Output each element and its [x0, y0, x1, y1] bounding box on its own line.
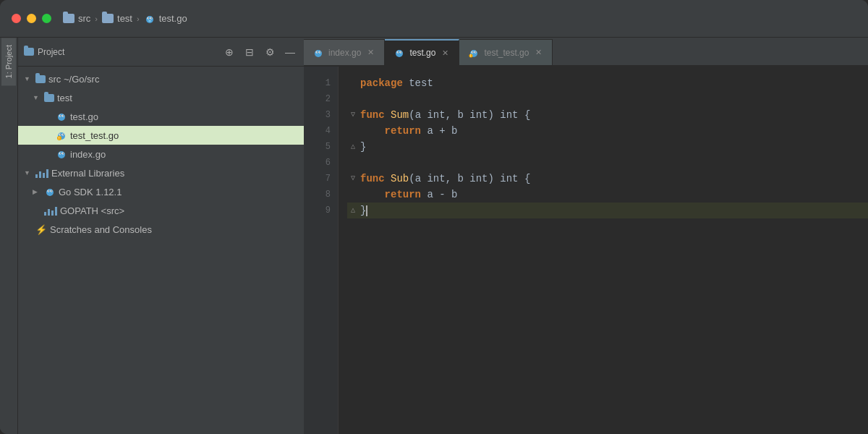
project-label: Project: [38, 47, 64, 57]
svg-point-41: [472, 51, 473, 52]
type-int-2: int: [469, 107, 488, 123]
tree-item-gosdk[interactable]: ▶ Go SDK 1.12.1: [18, 182, 304, 201]
main-content: 1: Project Project ⊕ ⊟ ⚙ —: [0, 38, 868, 434]
tree-item-gopath[interactable]: ▶ GOPATH <src>: [18, 201, 304, 220]
line-num-9: 9: [304, 203, 338, 218]
code-editor[interactable]: 1 2 3 4 5 6 7 8 9 package test: [304, 67, 868, 434]
tree-item-test-folder[interactable]: ▼ test: [18, 88, 304, 107]
project-panel: Project ⊕ ⊟ ⚙ — ▼ src ~/Go/src: [18, 38, 304, 434]
project-toolbar: Project ⊕ ⊟ ⚙ —: [18, 38, 304, 67]
line-num-6: 6: [304, 155, 338, 171]
line-num-4: 4: [304, 123, 338, 139]
hide-button[interactable]: —: [282, 44, 298, 60]
tab-test-go[interactable]: test.go ✕: [385, 39, 459, 65]
tab-close-indexgo[interactable]: ✕: [365, 48, 375, 58]
settings-button[interactable]: ⚙: [262, 44, 278, 60]
breadcrumb: src › test › test.go: [63, 13, 187, 25]
breadcrumb-test[interactable]: test: [102, 13, 132, 24]
folder-icon-test: [44, 94, 54, 102]
tree-item-test-go[interactable]: ▶ test.go: [18, 107, 304, 126]
type-int-1: int: [427, 107, 445, 123]
type-int-3: int: [427, 171, 445, 187]
svg-point-22: [63, 153, 64, 153]
comma-1: , b: [446, 107, 470, 123]
layout-button[interactable]: ⊟: [242, 44, 258, 60]
svg-point-15: [63, 134, 64, 135]
keyword-func-sub: func: [360, 171, 385, 187]
tree-item-index-go[interactable]: ▶ index.go: [18, 145, 304, 163]
tree-item-ext-libs[interactable]: ▼ External Libraries: [18, 163, 304, 182]
gopher-icon-tab-indexgo: [312, 47, 324, 59]
svg-point-3: [148, 17, 148, 18]
code-line-3: ▽ func Sum (a int , b int ) int {: [347, 107, 868, 123]
svg-point-36: [398, 51, 399, 52]
project-panel-tab[interactable]: 1: Project: [1, 38, 16, 85]
tab-close-testtestgo[interactable]: ✕: [533, 48, 543, 58]
sidebar: 1: Project Project ⊕ ⊟ ⚙ —: [0, 38, 304, 434]
open-brace-sub: {: [519, 171, 531, 187]
tree-arrow-src: ▼: [24, 75, 33, 82]
svg-point-42: [475, 51, 476, 52]
space-sub: [385, 171, 391, 187]
tab-test-test-go[interactable]: ! test_test.go ✕: [459, 39, 553, 65]
tree-label-src: src ~/Go/src: [48, 74, 99, 85]
space: [385, 107, 391, 123]
keyword-return-1: return: [385, 123, 421, 139]
tab-close-testgo[interactable]: ✕: [440, 48, 450, 58]
fold-marker-3[interactable]: ▽: [347, 109, 359, 121]
tree-label-testtestgo: test_test.go: [70, 130, 119, 141]
tree-label-gopath: GOPATH <src>: [60, 205, 124, 216]
params-sum: (a: [409, 107, 427, 123]
open-brace-sum: {: [519, 107, 531, 123]
line-num-3: 3: [304, 107, 338, 123]
line-num-1: 1: [304, 75, 338, 91]
gopher-icon-testtestgo: !: [56, 129, 67, 141]
folder-icon-src: [35, 75, 46, 83]
code-content[interactable]: package test ▽ func Sum (a int , b: [339, 67, 868, 434]
svg-point-0: [146, 16, 153, 23]
tree-item-scratches[interactable]: ▶ ⚡ Scratches and Consoles: [18, 220, 304, 239]
params-sub: (a: [409, 171, 427, 187]
line-num-8: 8: [304, 187, 338, 203]
svg-point-32: [320, 51, 320, 52]
code-line-1: package test: [347, 75, 868, 91]
svg-point-14: [60, 134, 61, 135]
tab-label-testgo: test.go: [409, 48, 435, 58]
breadcrumb-sep-1: ›: [95, 14, 98, 23]
add-content-button[interactable]: ⊕: [221, 44, 237, 60]
traffic-lights: [12, 14, 51, 23]
close-brace-sum: }: [360, 139, 366, 155]
tab-index-go[interactable]: index.go ✕: [304, 39, 385, 65]
tree-label-test: test: [57, 93, 72, 103]
titlebar: src › test › test.go: [0, 0, 868, 38]
code-line-2: [347, 91, 868, 107]
tab-bar: index.go ✕ test.go ✕: [304, 38, 868, 67]
tree-label-extlibs: External Libraries: [51, 168, 124, 179]
tree-label-testgo: test.go: [70, 111, 98, 122]
breadcrumb-sep-2: ›: [137, 14, 140, 23]
minimize-button[interactable]: [27, 14, 36, 23]
expr-sum: a + b: [421, 123, 457, 139]
svg-point-9: [60, 115, 61, 116]
tree-item-src[interactable]: ▼ src ~/Go/src: [18, 69, 304, 88]
close-button[interactable]: [12, 14, 21, 23]
fold-marker-7[interactable]: ▽: [347, 173, 359, 184]
maximize-button[interactable]: [42, 14, 51, 23]
fold-end-9[interactable]: △: [347, 205, 359, 216]
folder-icon: [63, 14, 75, 23]
breadcrumb-file[interactable]: test.go: [144, 13, 187, 25]
tree-label-scratches: Scratches and Consoles: [50, 224, 152, 235]
line-num-2: 2: [304, 91, 338, 107]
fold-end-5[interactable]: △: [347, 141, 359, 153]
text-cursor: [366, 205, 367, 216]
scratch-icon: ⚡: [35, 224, 47, 235]
keyword-package: package: [360, 75, 403, 91]
tree-item-test-test-go[interactable]: ▶ ! test_test.go: [18, 126, 304, 145]
line-numbers: 1 2 3 4 5 6 7 8 9: [304, 67, 339, 434]
svg-point-4: [150, 17, 151, 18]
tree-arrow-test: ▼: [33, 94, 41, 101]
svg-point-18: [58, 151, 65, 158]
breadcrumb-src[interactable]: src: [63, 13, 90, 24]
tree-label-gosdk: Go SDK 1.12.1: [59, 187, 122, 197]
return-type-sub: int: [500, 171, 518, 187]
